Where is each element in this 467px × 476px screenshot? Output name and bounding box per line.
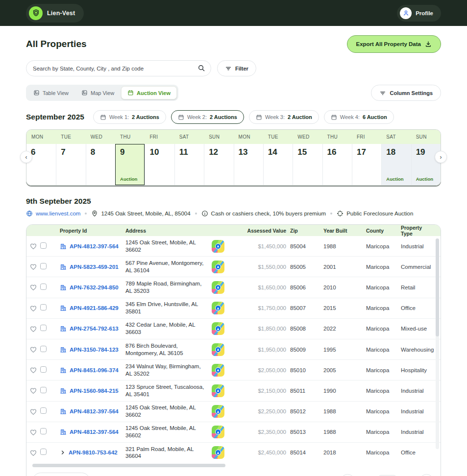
per-page-dropdown[interactable]: 12 per page <box>32 473 90 476</box>
row-checkbox[interactable] <box>40 284 47 290</box>
table-row[interactable]: APN-4921-586-429345 Elm Drive, Huntsvill… <box>26 298 441 319</box>
vertical-scrollbar[interactable] <box>436 238 439 449</box>
calendar-day-cell-6[interactable]: 6 <box>26 144 56 185</box>
week-pill-2[interactable]: Week 2:2 Auctions <box>171 110 244 124</box>
row-checkbox[interactable] <box>40 387 47 393</box>
property-id-link[interactable]: APN-4812-397-564 <box>70 408 119 414</box>
week-pill-4[interactable]: Week 4:6 Auction <box>324 110 394 124</box>
favorite-button[interactable] <box>29 346 40 353</box>
row-checkbox[interactable] <box>40 242 47 249</box>
calendar-day-cell-17[interactable]: 17 <box>352 144 381 185</box>
table-row[interactable]: APN-3150-784-123876 Birch Boulevard, Mon… <box>26 339 441 360</box>
tab-auction-view[interactable]: Auction View <box>121 86 177 99</box>
column-header-year-built[interactable]: Year Built <box>320 228 362 234</box>
map-icon[interactable] <box>212 426 224 438</box>
property-id-link[interactable]: APN-4921-586-429 <box>70 305 119 311</box>
calendar-next-button[interactable]: › <box>435 151 447 163</box>
prev-page-button[interactable]: ‹ <box>341 474 355 476</box>
column-header-property-type[interactable]: Property Type <box>397 225 434 237</box>
favorite-button[interactable] <box>29 284 40 291</box>
map-icon[interactable] <box>212 261 224 273</box>
tab-table-view[interactable]: Table View <box>27 87 74 99</box>
favorite-button[interactable] <box>29 305 40 312</box>
table-row[interactable]: APN-5823-459-201567 Pine Avenue, Montgom… <box>26 257 441 277</box>
brand-logo[interactable]: Lien-Vest <box>26 4 84 23</box>
profile-button[interactable]: Profile <box>397 5 441 22</box>
favorite-button[interactable] <box>29 263 40 270</box>
website-link[interactable]: www.lienvest.com <box>36 211 80 216</box>
row-checkbox[interactable] <box>40 366 47 373</box>
map-icon[interactable] <box>212 240 224 253</box>
table-row[interactable]: APN-7632-294-850789 Maple Road, Birmingh… <box>26 277 441 298</box>
table-row[interactable]: APN-4812-397-5641245 Oak Street, Mobile,… <box>26 236 441 257</box>
calendar-day-cell-14[interactable]: 14 <box>263 144 293 185</box>
table-row[interactable]: APN-2754-792-613432 Cedar Lane, Mobile, … <box>26 319 441 339</box>
property-id-link[interactable]: APN-4812-397-564 <box>70 429 119 435</box>
calendar-day-cell-9[interactable]: 9Auction <box>115 144 145 185</box>
map-icon[interactable] <box>212 446 224 459</box>
next-page-button[interactable]: › <box>419 474 434 476</box>
row-checkbox[interactable] <box>40 428 47 434</box>
expand-chevron-icon[interactable] <box>60 450 66 455</box>
filter-button[interactable]: Filter <box>217 60 256 76</box>
map-icon[interactable] <box>212 302 224 314</box>
table-row[interactable]: APN-4812-397-5641245 Oak Street, Mobile,… <box>26 422 441 443</box>
row-checkbox[interactable] <box>40 304 47 310</box>
week-pill-1[interactable]: Week 1:2 Auctions <box>93 110 166 124</box>
calendar-day-cell-12[interactable]: 12 <box>204 144 233 185</box>
favorite-button[interactable] <box>29 387 40 394</box>
map-icon[interactable] <box>212 322 224 335</box>
calendar-day-cell-15[interactable]: 15 <box>293 144 322 185</box>
calendar-day-cell-11[interactable]: 11 <box>174 144 204 185</box>
table-row[interactable]: APN-9810-753-642321 Palm Road, Mobile, A… <box>26 443 441 463</box>
table-row[interactable]: APN-4812-397-5641245 Oak Street, Mobile,… <box>26 402 441 422</box>
property-id-link[interactable]: APN-2754-792-613 <box>70 326 119 332</box>
vertical-scrollbar-thumb[interactable] <box>436 238 439 336</box>
favorite-button[interactable] <box>29 325 40 333</box>
property-id-link[interactable]: APN-9810-753-642 <box>69 450 118 455</box>
search-input[interactable] <box>26 60 211 76</box>
favorite-button[interactable] <box>29 428 40 436</box>
tab-map-view[interactable]: Map View <box>75 87 120 99</box>
column-header-assessed-value[interactable]: Assessed Value <box>237 228 286 234</box>
row-checkbox[interactable] <box>40 263 47 269</box>
favorite-button[interactable] <box>29 449 40 456</box>
column-header-property-id[interactable]: Property Id <box>55 228 121 234</box>
property-id-link[interactable]: APN-5823-459-201 <box>70 264 119 270</box>
calendar-day-cell-7[interactable]: 7 <box>56 144 85 185</box>
export-all-button[interactable]: Export All Property Data <box>347 35 442 53</box>
horizontal-scrollbar[interactable] <box>32 464 435 468</box>
map-icon[interactable] <box>212 405 224 418</box>
property-id-link[interactable]: APN-1560-984-215 <box>70 388 119 394</box>
map-icon[interactable] <box>212 384 224 397</box>
map-icon[interactable] <box>212 281 224 294</box>
calendar-day-cell-19[interactable]: 19Auction <box>411 144 441 185</box>
favorite-button[interactable] <box>29 242 40 250</box>
column-settings-button[interactable]: Column Settings <box>371 85 441 101</box>
calendar-day-cell-18[interactable]: 18Auction <box>381 144 411 185</box>
favorite-button[interactable] <box>29 366 40 374</box>
property-id-link[interactable]: APN-3150-784-123 <box>70 347 119 353</box>
calendar-day-cell-16[interactable]: 16 <box>322 144 352 185</box>
table-row[interactable]: APN-8451-096-374234 Walnut Way, Birmingh… <box>26 360 441 381</box>
row-checkbox[interactable] <box>40 346 47 352</box>
favorite-button[interactable] <box>29 408 40 415</box>
column-header-county[interactable]: County <box>362 228 397 234</box>
search-icon[interactable] <box>197 64 205 72</box>
horizontal-scrollbar-thumb[interactable] <box>32 464 225 467</box>
calendar-day-cell-8[interactable]: 8 <box>86 144 115 185</box>
property-id-link[interactable]: APN-7632-294-850 <box>70 285 119 290</box>
calendar-day-cell-10[interactable]: 10 <box>145 144 174 185</box>
row-checkbox[interactable] <box>40 325 47 331</box>
property-id-link[interactable]: APN-4812-397-564 <box>70 243 119 249</box>
column-header-address[interactable]: Address <box>121 228 212 234</box>
column-header-zip[interactable]: Zip <box>286 228 320 234</box>
week-pill-3[interactable]: Week 3:2 Auction <box>249 110 319 124</box>
property-id-link[interactable]: APN-8451-096-374 <box>70 367 119 373</box>
calendar-prev-button[interactable]: ‹ <box>20 151 32 163</box>
row-checkbox[interactable] <box>40 449 47 455</box>
map-icon[interactable] <box>212 343 224 356</box>
row-checkbox[interactable] <box>40 407 47 414</box>
calendar-day-cell-13[interactable]: 13 <box>234 144 263 185</box>
table-row[interactable]: APN-1560-984-215123 Spruce Street, Tusca… <box>26 381 441 401</box>
